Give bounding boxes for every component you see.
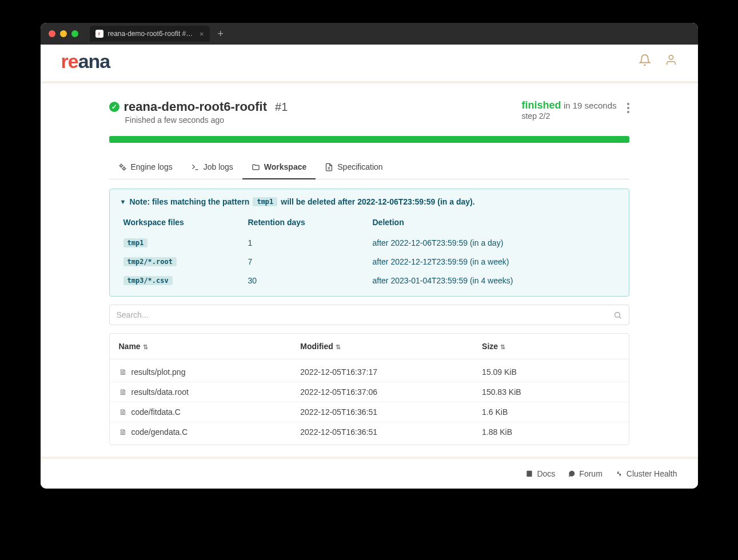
workflow-title-block: ✓ reana-demo-root6-roofit #1 Finished a … xyxy=(109,99,288,125)
retention-col-days: Retention days xyxy=(246,214,369,233)
svg-point-0 xyxy=(669,55,673,59)
app-header: reana xyxy=(41,45,698,83)
tab-job-logs[interactable]: Job logs xyxy=(182,157,242,179)
svg-point-2 xyxy=(123,167,125,170)
tab-workspace-label: Workspace xyxy=(264,162,306,171)
pattern-pill: tmp1 xyxy=(123,238,148,247)
svg-point-3 xyxy=(615,312,620,317)
retention-deletion: after 2022-12-06T23:59:59 (in a day) xyxy=(370,234,617,251)
tab-engine-logs-label: Engine logs xyxy=(131,162,173,171)
sort-icon: ⇅ xyxy=(336,343,341,350)
status-duration: in 19 seconds xyxy=(564,101,617,110)
notice-suffix: will be deleted after 2022-12-06T23:59:5… xyxy=(281,197,474,206)
footer-health-link[interactable]: Cluster Health xyxy=(615,469,677,478)
file-icon: 🗎 xyxy=(119,367,127,377)
retention-row: tmp1 1 after 2022-12-06T23:59:59 (in a d… xyxy=(121,234,617,251)
new-tab-button[interactable]: + xyxy=(212,28,230,40)
svg-point-1 xyxy=(120,165,122,167)
file-name: results/data.root xyxy=(131,387,189,397)
titlebar: r reana-demo-root6-roofit #1 - lo × + xyxy=(41,23,698,45)
files-col-size[interactable]: Size⇅ xyxy=(473,334,628,359)
file-size: 15.09 KiB xyxy=(473,359,628,382)
file-row[interactable]: 🗎results/plot.png 2022-12-05T16:37:17 15… xyxy=(110,359,629,382)
tab-workspace[interactable]: Workspace xyxy=(242,157,316,179)
retention-row: tmp3/*.csv 30 after 2023-01-04T23:59:59 … xyxy=(121,271,617,289)
app: reana ✓ reana-demo-root6-roofit #1 xyxy=(41,45,698,489)
browser-tab[interactable]: r reana-demo-root6-roofit #1 - lo × xyxy=(90,26,210,42)
search-input[interactable] xyxy=(117,310,613,319)
file-icon: 🗎 xyxy=(119,387,127,397)
user-icon[interactable] xyxy=(665,54,677,69)
bell-icon[interactable] xyxy=(639,54,651,69)
workflow-run-number: #1 xyxy=(275,101,288,114)
browser-tab-strip: r reana-demo-root6-roofit #1 - lo × + xyxy=(90,26,690,42)
logo-part2: ana xyxy=(78,50,110,72)
file-row[interactable]: 🗎results/data.root 2022-12-05T16:37:06 1… xyxy=(110,382,629,402)
files-col-name[interactable]: Name⇅ xyxy=(110,334,292,359)
search-box[interactable] xyxy=(109,305,629,325)
retention-col-files: Workspace files xyxy=(121,214,245,233)
sort-icon: ⇅ xyxy=(143,343,148,350)
files-col-modified[interactable]: Modified⇅ xyxy=(291,334,473,359)
footer-docs-link[interactable]: Docs xyxy=(525,469,555,478)
window-minimize-button[interactable] xyxy=(60,30,67,37)
retention-days: 30 xyxy=(246,271,369,289)
window-zoom-button[interactable] xyxy=(71,30,78,37)
favicon-icon: r xyxy=(95,30,103,38)
docs-icon xyxy=(525,470,533,478)
pattern-pill: tmp2/*.root xyxy=(123,257,177,266)
logo-part1: re xyxy=(61,50,78,72)
workflow-name: reana-demo-root6-roofit xyxy=(124,99,268,114)
footer-forum-link[interactable]: Forum xyxy=(568,469,602,478)
file-icon: 🗎 xyxy=(119,407,127,417)
retention-col-deletion: Deletion xyxy=(370,214,617,233)
file-name: results/plot.png xyxy=(131,367,186,377)
retention-deletion: after 2023-01-04T23:59:59 (in 4 weeks) xyxy=(370,271,617,289)
file-size: 150.83 KiB xyxy=(473,382,628,402)
tab-specification[interactable]: Specification xyxy=(316,157,392,179)
window-close-button[interactable] xyxy=(49,30,55,37)
file-icon: 🗎 xyxy=(119,427,127,437)
tab-engine-logs[interactable]: Engine logs xyxy=(109,157,182,179)
file-modified: 2022-12-05T16:36:51 xyxy=(291,422,473,445)
file-size: 1.6 KiB xyxy=(473,402,628,422)
workflow-header: ✓ reana-demo-root6-roofit #1 Finished a … xyxy=(109,99,629,125)
svg-rect-5 xyxy=(528,472,532,473)
retention-notice: ▼ Note: files matching the pattern tmp1 … xyxy=(109,189,629,297)
workflow-subtitle: Finished a few seconds ago xyxy=(125,115,288,125)
search-icon xyxy=(613,311,622,319)
logo[interactable]: reana xyxy=(61,51,110,71)
retention-table: Workspace files Retention days Deletion … xyxy=(120,213,619,290)
more-menu-button[interactable] xyxy=(627,99,629,113)
heartbeat-icon xyxy=(615,470,623,478)
browser-window: r reana-demo-root6-roofit #1 - lo × + re… xyxy=(41,23,698,489)
header-icons xyxy=(639,54,677,69)
retention-deletion: after 2022-12-12T23:59:59 (in a week) xyxy=(370,253,617,270)
tab-close-icon[interactable]: × xyxy=(200,30,204,38)
file-modified: 2022-12-05T16:37:17 xyxy=(291,359,473,382)
file-name: code/gendata.C xyxy=(131,427,188,437)
tab-job-logs-label: Job logs xyxy=(204,162,233,171)
file-row[interactable]: 🗎code/gendata.C 2022-12-05T16:36:51 1.88… xyxy=(110,422,629,445)
content: ✓ reana-demo-root6-roofit #1 Finished a … xyxy=(41,83,698,457)
file-name: code/fitdata.C xyxy=(131,407,181,417)
svg-rect-6 xyxy=(528,473,532,474)
forum-icon xyxy=(568,470,576,478)
workflow-status-block: finished in 19 seconds step 2/2 xyxy=(521,99,629,121)
notice-prefix: Note: files matching the pattern xyxy=(129,197,249,206)
sort-icon: ⇅ xyxy=(500,343,505,350)
file-size: 1.88 KiB xyxy=(473,422,628,445)
progress-bar xyxy=(109,136,629,143)
footer: Docs Forum Cluster Health xyxy=(41,457,698,489)
retention-days: 1 xyxy=(246,234,369,251)
detail-tabs: Engine logs Job logs Workspace Specifica… xyxy=(109,157,629,179)
notice-pattern-pill: tmp1 xyxy=(253,197,277,206)
files-panel: Name⇅ Modified⇅ Size⇅ 🗎results xyxy=(109,333,629,445)
file-modified: 2022-12-05T16:36:51 xyxy=(291,402,473,422)
retention-days: 7 xyxy=(246,253,369,270)
notice-toggle[interactable]: ▼ Note: files matching the pattern tmp1 … xyxy=(120,197,619,206)
file-row[interactable]: 🗎code/fitdata.C 2022-12-05T16:36:51 1.6 … xyxy=(110,402,629,422)
traffic-lights xyxy=(49,30,78,37)
tab-specification-label: Specification xyxy=(337,162,382,171)
status-label: finished xyxy=(521,99,561,111)
